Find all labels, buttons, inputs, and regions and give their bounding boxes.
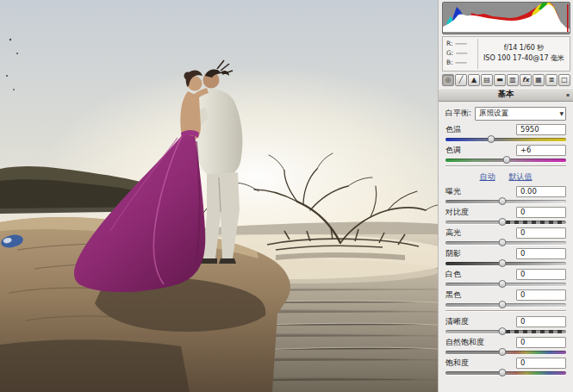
whites-thumb[interactable] [498,280,506,288]
temperature-thumb[interactable] [488,135,495,143]
temperature-value[interactable]: 5950 [516,124,566,135]
vibrance-label: 自然饱和度 [445,337,484,348]
shadows-label: 阴影 [445,248,461,259]
clarity-control: 清晰度0 [445,316,566,333]
section-title: 基本 [498,89,514,100]
clarity-label: 清晰度 [445,316,469,327]
exposure-control: 曝光0.00 [445,186,566,203]
tone-curve-icon[interactable]: ╱ [455,74,467,86]
vibrance-control: 自然饱和度0 [445,337,566,354]
white-balance-label: 白平衡: [445,108,471,119]
vibrance-value[interactable]: 0 [516,337,566,348]
highlights-slider[interactable] [445,241,566,245]
vibrance-thumb[interactable] [498,348,506,356]
shadows-control: 阴影0 [445,248,566,265]
photo-canvas [0,0,438,392]
exposure-info: f/14 1/60 秒 ISO 100 17-40@17 毫米 [478,39,570,69]
clarity-value[interactable]: 0 [516,316,566,327]
whites-value[interactable]: 0 [516,269,566,280]
exposure-label: 曝光 [445,186,461,197]
whites-label: 白色 [445,269,461,280]
highlights-label: 高光 [445,227,461,239]
default-link[interactable]: 默认值 [509,171,533,183]
blacks-label: 黑色 [445,289,461,301]
basic-section-header: 基本 ▪ [439,88,573,102]
blacks-value[interactable]: 0 [516,289,566,301]
exposure-slider[interactable] [445,200,566,203]
detail-icon[interactable]: ▲ [468,74,480,86]
contrast-thumb[interactable] [498,218,506,226]
lens-corrections-icon[interactable]: ▥ [507,74,519,86]
highlights-control: 高光0 [445,227,566,245]
camera-calibration-icon[interactable]: ▦ [533,74,545,86]
saturation-control: 饱和度0 [445,358,566,375]
vibrance-slider[interactable] [445,351,566,354]
split-toning-icon[interactable]: ▬ [494,74,506,86]
blacks-control: 黑色0 [445,289,566,307]
shadows-slider[interactable] [445,262,566,265]
blacks-thumb[interactable] [498,301,506,308]
adjustments-panel: R: —— G: —— B: —— f/14 1/60 秒 ISO 100 17… [438,0,573,392]
temperature-control: 色温 5950 [445,124,566,141]
camera-raw-window: R: —— G: —— B: —— f/14 1/60 秒 ISO 100 17… [0,0,573,392]
contrast-value[interactable]: 0 [516,207,566,218]
highlights-thumb[interactable] [498,239,506,246]
whites-control: 白色0 [445,269,566,286]
shadows-value[interactable]: 0 [516,248,566,259]
snapshots-icon[interactable]: □ [558,74,570,86]
contrast-slider[interactable] [445,221,566,224]
auto-link[interactable]: 自动 [480,171,495,183]
photo-preview[interactable] [0,0,438,392]
basic-controls: 白平衡: 原照设置 ▼ 色温 5950 色调 [439,102,573,375]
basic-panel-icon[interactable]: ◎ [442,74,454,86]
presets-icon[interactable]: ≣ [545,74,557,86]
tint-slider[interactable] [445,159,566,162]
exposure-value[interactable]: 0.00 [516,186,566,197]
contrast-control: 对比度0 [445,207,566,224]
divider [445,310,566,312]
white-balance-select[interactable]: 原照设置 ▼ [475,107,566,121]
temperature-slider[interactable] [445,138,566,141]
shadows-thumb[interactable] [498,259,506,267]
panel-tabs: ◎ ╱ ▲ ▤ ▬ ▥ fx ▦ ≣ □ [442,74,570,86]
temperature-label: 色温 [445,124,461,135]
tint-thumb[interactable] [503,156,511,164]
effects-icon[interactable]: fx [520,74,532,86]
saturation-label: 饱和度 [445,358,469,369]
tint-value[interactable]: +6 [516,145,566,156]
clarity-slider[interactable] [445,330,566,333]
exposure-thumb[interactable] [498,197,506,205]
exif-readout: R: —— G: —— B: —— f/14 1/60 秒 ISO 100 17… [442,36,570,72]
saturation-thumb[interactable] [498,369,506,376]
rgb-values: R: —— G: —— B: —— [443,39,478,69]
tint-label: 色调 [445,145,461,156]
tint-control: 色调 +6 [445,145,566,162]
contrast-label: 对比度 [445,207,469,218]
chevron-down-icon: ▼ [559,110,564,116]
highlights-value[interactable]: 0 [516,227,566,239]
whites-slider[interactable] [445,283,566,286]
clarity-thumb[interactable] [498,327,506,335]
panel-corner-icon: ▪ [566,92,571,97]
saturation-value[interactable]: 0 [516,358,566,369]
saturation-slider[interactable] [445,371,566,375]
histogram-plot [443,3,570,32]
hsl-grayscale-icon[interactable]: ▤ [481,74,493,86]
divider [445,165,566,167]
blacks-slider[interactable] [445,303,566,307]
histogram[interactable] [442,2,570,34]
